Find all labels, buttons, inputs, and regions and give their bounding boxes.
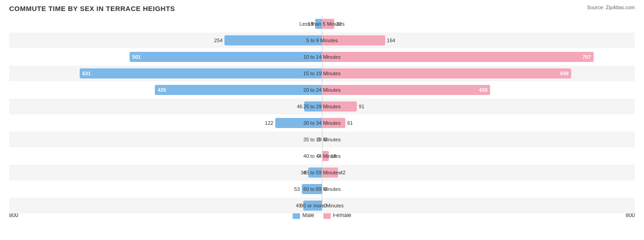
right-section: 0	[322, 132, 635, 147]
right-section: 42	[322, 165, 635, 180]
bar-label: 60 to 89 Minutes	[285, 186, 359, 192]
right-section: 164	[322, 33, 635, 48]
female-value-inside: 438	[479, 87, 487, 93]
center-line	[322, 16, 322, 209]
left-section: 0	[9, 148, 322, 164]
left-section: 435	[9, 82, 322, 98]
bar-label: 35 to 39 Minutes	[285, 137, 359, 142]
bar-label: 30 to 34 Minutes	[285, 120, 359, 126]
male-value: 122	[265, 120, 273, 126]
left-section: 53	[9, 181, 322, 197]
bar-label: Less than 5 Minutes	[285, 21, 359, 27]
left-section: 18	[9, 16, 322, 32]
female-value: 91	[359, 104, 364, 109]
bars-area: 18 Less than 5 Minutes 32 254 5 to 9 Min…	[9, 16, 635, 209]
right-section: 707	[322, 49, 635, 65]
female-bar: 707	[322, 52, 594, 62]
left-section: 0	[9, 132, 322, 147]
left-section: 631	[9, 66, 322, 81]
bar-label: 45 to 59 Minutes	[285, 170, 359, 175]
bar-label: 5 to 9 Minutes	[285, 38, 359, 43]
chart-container: COMMUTE TIME BY SEX IN TERRACE HEIGHTS S…	[0, 0, 644, 240]
source-text: Source: ZipAtlas.com	[587, 5, 635, 10]
female-value-inside: 649	[560, 71, 568, 76]
right-section: 0	[322, 198, 635, 213]
male-value-inside: 501	[132, 54, 141, 60]
right-section: 32	[322, 16, 635, 32]
bar-label: 25 to 29 Minutes	[285, 104, 359, 109]
female-bar: 649	[322, 68, 571, 78]
female-value-inside: 707	[583, 54, 591, 60]
left-section: 36	[9, 165, 322, 180]
right-section: 649	[322, 66, 635, 81]
right-section: 438	[322, 82, 635, 98]
left-section: 501	[9, 49, 322, 65]
left-section: 254	[9, 33, 322, 48]
left-section: 122	[9, 115, 322, 131]
male-value-inside: 631	[82, 71, 91, 76]
male-value-inside: 435	[158, 87, 166, 93]
right-section: 18	[322, 148, 635, 164]
bar-label: 40 to 44 Minutes	[285, 153, 359, 159]
left-section: 49	[9, 198, 322, 213]
bar-label: 15 to 19 Minutes	[285, 71, 359, 76]
right-section: 0	[322, 181, 635, 197]
bar-label: 10 to 14 Minutes	[285, 54, 359, 60]
bar-label: 90 or more Minutes	[285, 203, 359, 208]
male-value: 254	[214, 38, 223, 43]
chart-title: COMMUTE TIME BY SEX IN TERRACE HEIGHTS	[9, 5, 635, 12]
right-section: 91	[322, 99, 635, 114]
female-value: 164	[387, 38, 395, 43]
bar-label: 20 to 24 Minutes	[285, 87, 359, 93]
right-section: 61	[322, 115, 635, 131]
left-section: 46	[9, 99, 322, 114]
